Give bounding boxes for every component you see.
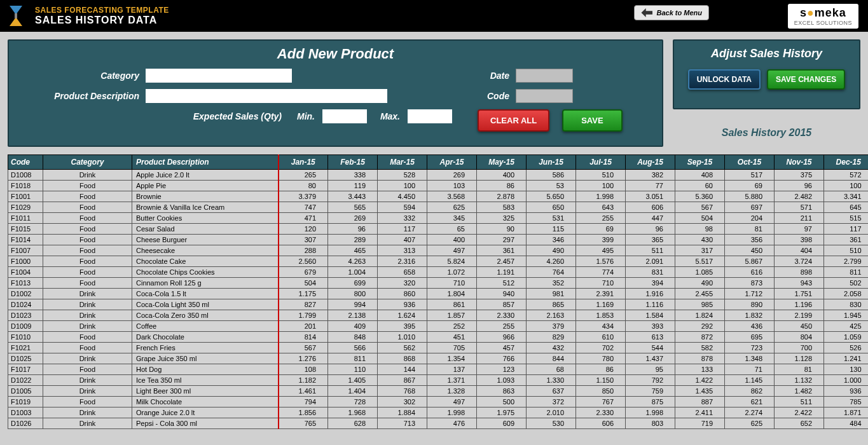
table-cell[interactable]: Food: [43, 235, 132, 245]
table-cell[interactable]: 476: [427, 418, 477, 429]
table-cell[interactable]: 719: [675, 418, 725, 429]
table-cell[interactable]: 628: [328, 418, 378, 429]
table-cell[interactable]: 728: [328, 397, 378, 407]
table-cell[interactable]: 966: [477, 332, 527, 343]
table-cell[interactable]: Drink: [43, 310, 132, 321]
table-cell[interactable]: 100: [576, 181, 626, 191]
table-cell[interactable]: 425: [824, 321, 869, 332]
table-cell[interactable]: Drink: [43, 375, 132, 386]
table-cell[interactable]: 5.650: [527, 191, 576, 202]
table-cell[interactable]: Drink: [43, 321, 132, 332]
table-cell[interactable]: 292: [675, 321, 725, 332]
table-cell[interactable]: 1.998: [576, 191, 626, 202]
table-cell[interactable]: 3.568: [427, 191, 477, 202]
table-cell[interactable]: 1.150: [576, 375, 626, 386]
back-to-menu-button[interactable]: Back to Menu: [634, 5, 709, 20]
table-cell[interactable]: 780: [576, 353, 626, 364]
table-cell[interactable]: 117: [378, 224, 427, 235]
table-cell[interactable]: 133: [675, 364, 725, 375]
table-cell[interactable]: 637: [527, 386, 576, 397]
table-cell[interactable]: 2.138: [328, 310, 378, 321]
table-cell[interactable]: Food: [43, 245, 132, 256]
table-cell[interactable]: 346: [527, 235, 576, 245]
table-cell[interactable]: 792: [626, 375, 675, 386]
table-cell[interactable]: 887: [675, 397, 725, 407]
table-cell[interactable]: 436: [725, 321, 775, 332]
table-cell[interactable]: 96: [626, 224, 675, 235]
table-cell[interactable]: 994: [328, 299, 378, 310]
table-cell[interactable]: Food: [43, 213, 132, 224]
table-cell[interactable]: 878: [675, 353, 725, 364]
table-cell[interactable]: 252: [427, 321, 477, 332]
table-cell[interactable]: 700: [775, 343, 824, 353]
table-cell[interactable]: 2.391: [576, 289, 626, 299]
table-cell[interactable]: Food: [43, 191, 132, 202]
table-cell[interactable]: 1.128: [775, 353, 824, 364]
table-cell[interactable]: D1009: [8, 321, 43, 332]
table-cell[interactable]: 5.880: [725, 191, 775, 202]
table-cell[interactable]: 2.878: [477, 191, 527, 202]
table-cell[interactable]: 409: [328, 321, 378, 332]
table-cell[interactable]: 2.163: [527, 310, 576, 321]
table-cell[interactable]: 898: [775, 267, 824, 278]
table-cell[interactable]: 1.576: [576, 256, 626, 267]
table-cell[interactable]: 517: [725, 170, 775, 181]
table-cell[interactable]: 936: [824, 386, 869, 397]
table-cell[interactable]: 5.517: [675, 256, 725, 267]
table-cell[interactable]: 407: [378, 235, 427, 245]
table-cell[interactable]: 137: [427, 364, 477, 375]
table-cell[interactable]: 804: [775, 332, 824, 343]
table-cell[interactable]: F1007: [8, 245, 43, 256]
table-cell[interactable]: 86: [477, 181, 527, 191]
table-cell[interactable]: 2.560: [279, 256, 328, 267]
table-cell[interactable]: 850: [576, 386, 626, 397]
table-cell[interactable]: 697: [725, 202, 775, 213]
table-cell[interactable]: 317: [675, 245, 725, 256]
table-cell[interactable]: 471: [279, 213, 328, 224]
table-cell[interactable]: 497: [427, 397, 477, 407]
table-cell[interactable]: 361: [477, 245, 527, 256]
table-cell[interactable]: 269: [427, 170, 477, 181]
table-cell[interactable]: 1.241: [824, 353, 869, 364]
table-cell[interactable]: 1.712: [725, 289, 775, 299]
table-cell[interactable]: 2.274: [725, 407, 775, 418]
table-cell[interactable]: 606: [626, 202, 675, 213]
table-cell[interactable]: Ice Tea 350 ml: [132, 375, 279, 386]
table-cell[interactable]: 530: [527, 418, 576, 429]
table-cell[interactable]: 98: [675, 224, 725, 235]
table-cell[interactable]: 2.330: [477, 310, 527, 321]
table-cell[interactable]: 1.584: [626, 310, 675, 321]
table-cell[interactable]: 108: [279, 364, 328, 375]
table-cell[interactable]: 65: [427, 224, 477, 235]
table-cell[interactable]: 1.000: [824, 375, 869, 386]
clear-all-button[interactable]: CLEAR ALL: [478, 109, 549, 132]
table-cell[interactable]: 4.450: [378, 191, 427, 202]
table-cell[interactable]: Chocolate Chips Cookies: [132, 267, 279, 278]
table-cell[interactable]: 3.379: [279, 191, 328, 202]
table-cell[interactable]: Food: [43, 397, 132, 407]
table-cell[interactable]: 90: [477, 224, 527, 235]
table-cell[interactable]: 434: [576, 321, 626, 332]
unlock-data-button[interactable]: UNLOCK DATA: [688, 69, 761, 90]
table-cell[interactable]: 2.010: [527, 407, 576, 418]
table-cell[interactable]: 652: [775, 418, 824, 429]
table-cell[interactable]: 1.998: [626, 407, 675, 418]
table-cell[interactable]: 352: [527, 278, 576, 289]
table-cell[interactable]: 95: [626, 364, 675, 375]
table-cell[interactable]: 1.751: [775, 289, 824, 299]
table-cell[interactable]: 1.945: [824, 310, 869, 321]
table-cell[interactable]: 382: [626, 170, 675, 181]
max-input[interactable]: [408, 109, 452, 123]
table-cell[interactable]: 5.824: [427, 256, 477, 267]
table-cell[interactable]: 1.169: [576, 299, 626, 310]
table-cell[interactable]: Hot Dog: [132, 364, 279, 375]
table-cell[interactable]: 981: [527, 289, 576, 299]
table-cell[interactable]: 857: [477, 299, 527, 310]
table-cell[interactable]: 1.422: [675, 375, 725, 386]
table-cell[interactable]: 1.435: [675, 386, 725, 397]
table-cell[interactable]: 379: [527, 321, 576, 332]
table-cell[interactable]: 594: [378, 202, 427, 213]
table-cell[interactable]: 500: [477, 397, 527, 407]
table-cell[interactable]: 1.093: [477, 375, 527, 386]
table-cell[interactable]: 544: [626, 343, 675, 353]
